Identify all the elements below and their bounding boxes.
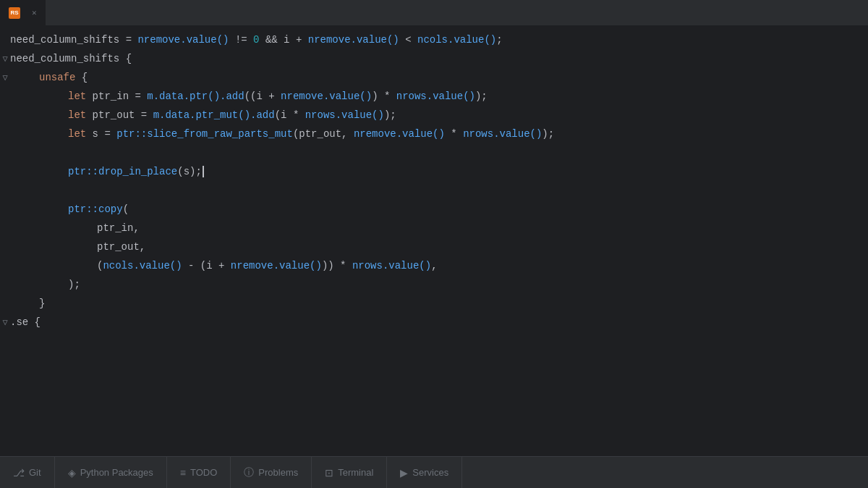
fold-indicator: ▽ xyxy=(0,54,10,64)
todo-icon: ≡ xyxy=(180,467,186,479)
python-packages-icon: ◈ xyxy=(68,467,76,479)
services-icon: ▶ xyxy=(400,467,408,479)
code-line: let s = ptr::slice_from_raw_parts_mut(pt… xyxy=(0,125,868,143)
code-text: } xyxy=(10,294,45,313)
code-line: } xyxy=(0,294,868,313)
problems-label: Problems xyxy=(258,467,298,478)
code-line: (ncols.value() - (i + nremove.value())) … xyxy=(0,256,868,275)
code-text: ptr_out, xyxy=(10,237,145,256)
services-label: Services xyxy=(412,467,448,478)
code-text: .se { xyxy=(10,313,41,332)
tab-edition-rs[interactable]: RS ✕ xyxy=(0,0,46,25)
status-item-git[interactable]: ⎇Git xyxy=(0,457,55,488)
code-text: ); xyxy=(10,275,80,294)
code-text: ptr::drop_in_place(s); xyxy=(10,162,204,181)
code-text: need_column_shifts { xyxy=(10,49,132,68)
fold-indicator: ▽ xyxy=(0,72,10,83)
close-icon[interactable]: ✕ xyxy=(32,8,37,17)
code-line: let ptr_out = m.data.ptr_mut().add(i * n… xyxy=(0,106,868,125)
code-line xyxy=(0,332,868,350)
status-item-todo[interactable]: ≡TODO xyxy=(167,457,231,488)
code-text: ptr_in, xyxy=(10,219,140,237)
code-text: let s = ptr::slice_from_raw_parts_mut(pt… xyxy=(10,125,554,143)
status-item-python-packages[interactable]: ◈Python Packages xyxy=(55,457,167,488)
code-line: ▽.se { xyxy=(0,313,868,332)
code-text: let ptr_in = m.data.ptr().add((i + nremo… xyxy=(10,87,488,106)
fold-indicator: ▽ xyxy=(0,317,10,328)
code-line: ▽need_column_shifts { xyxy=(0,49,868,68)
code-line: ▽unsafe { xyxy=(0,68,868,87)
code-editor: need_column_shifts = nremove.value() != … xyxy=(0,26,868,456)
todo-label: TODO xyxy=(190,467,217,478)
code-line: ptr_out, xyxy=(0,237,868,256)
status-item-terminal[interactable]: ⊡Terminal xyxy=(312,457,387,488)
code-line: ); xyxy=(0,275,868,294)
code-text: need_column_shifts = nremove.value() != … xyxy=(10,30,503,49)
code-text: unsafe { xyxy=(10,68,88,87)
code-content: need_column_shifts = nremove.value() != … xyxy=(0,26,868,456)
rs-icon: RS xyxy=(9,7,20,19)
status-bar: ⎇Git◈Python Packages≡TODOⓘProblems⊡Termi… xyxy=(0,456,868,488)
code-line: ptr::copy( xyxy=(0,200,868,219)
git-icon: ⎇ xyxy=(13,467,25,479)
status-item-services[interactable]: ▶Services xyxy=(387,457,462,488)
code-line: need_column_shifts = nremove.value() != … xyxy=(0,30,868,49)
terminal-icon: ⊡ xyxy=(325,467,333,479)
code-text: (ncols.value() - (i + nremove.value())) … xyxy=(10,256,438,275)
terminal-label: Terminal xyxy=(338,467,373,478)
python-packages-label: Python Packages xyxy=(80,467,153,478)
problems-icon: ⓘ xyxy=(244,466,254,479)
code-line xyxy=(0,181,868,200)
git-label: Git xyxy=(29,467,41,478)
code-text: ptr::copy( xyxy=(10,200,129,219)
code-line: ptr_in, xyxy=(0,219,868,237)
code-line: ptr::drop_in_place(s); xyxy=(0,162,868,181)
tab-bar: RS ✕ xyxy=(0,0,868,26)
code-line xyxy=(0,143,868,162)
code-line: let ptr_in = m.data.ptr().add((i + nremo… xyxy=(0,87,868,106)
code-text: let ptr_out = m.data.ptr_mut().add(i * n… xyxy=(10,106,396,125)
status-item-problems[interactable]: ⓘProblems xyxy=(231,457,312,488)
